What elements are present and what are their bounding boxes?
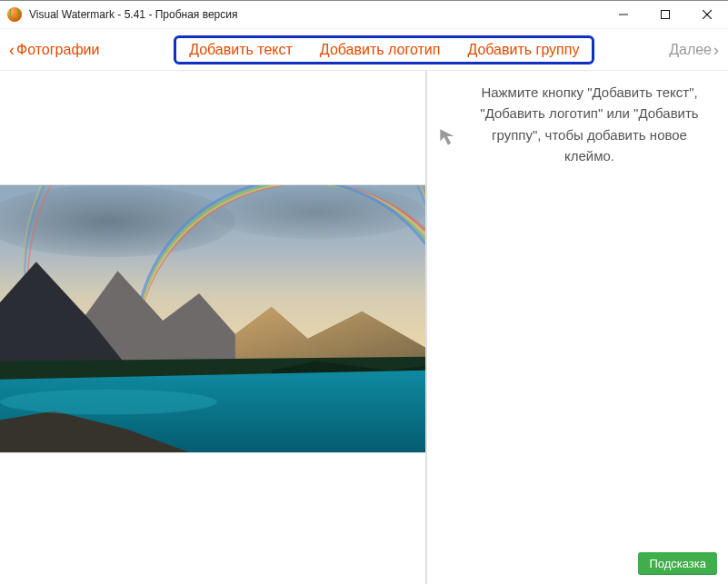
next-label: Далее (669, 42, 712, 58)
chevron-left-icon: ‹ (9, 42, 15, 58)
add-group-button[interactable]: Добавить группу (467, 42, 579, 58)
content: Нажмите кнопку "Добавить текст", "Добави… (0, 70, 728, 584)
add-logo-button[interactable]: Добавить логотип (320, 42, 441, 58)
back-button[interactable]: ‹ Фотографии (9, 42, 99, 58)
app-window: Visual Watermark - 5.41 - Пробная версия… (0, 0, 728, 584)
titlebar: Visual Watermark - 5.41 - Пробная версия (0, 1, 728, 28)
window-title: Visual Watermark - 5.41 - Пробная версия (29, 8, 237, 21)
photo-preview[interactable] (0, 184, 425, 453)
close-button[interactable] (686, 1, 728, 28)
next-button[interactable]: Далее › (669, 42, 719, 58)
back-label: Фотографии (16, 42, 99, 58)
toolbar: ‹ Фотографии Добавить текст Добавить лог… (0, 28, 728, 70)
svg-rect-1 (662, 11, 670, 19)
chevron-right-icon: › (713, 42, 719, 58)
app-icon (7, 7, 22, 22)
side-panel: Нажмите кнопку "Добавить текст", "Добави… (427, 71, 728, 584)
add-text-button[interactable]: Добавить текст (189, 42, 293, 58)
hint: Нажмите кнопку "Добавить текст", "Добави… (436, 82, 708, 166)
maximize-button[interactable] (644, 1, 686, 28)
minimize-button[interactable] (603, 1, 644, 28)
tip-button[interactable]: Подсказка (638, 552, 717, 575)
pointer-icon (436, 125, 460, 153)
preview-pane (0, 71, 427, 584)
add-buttons-highlight: Добавить текст Добавить логотип Добавить… (174, 35, 594, 64)
hint-text: Нажмите кнопку "Добавить текст", "Добави… (471, 82, 708, 166)
svg-point-14 (0, 390, 217, 415)
